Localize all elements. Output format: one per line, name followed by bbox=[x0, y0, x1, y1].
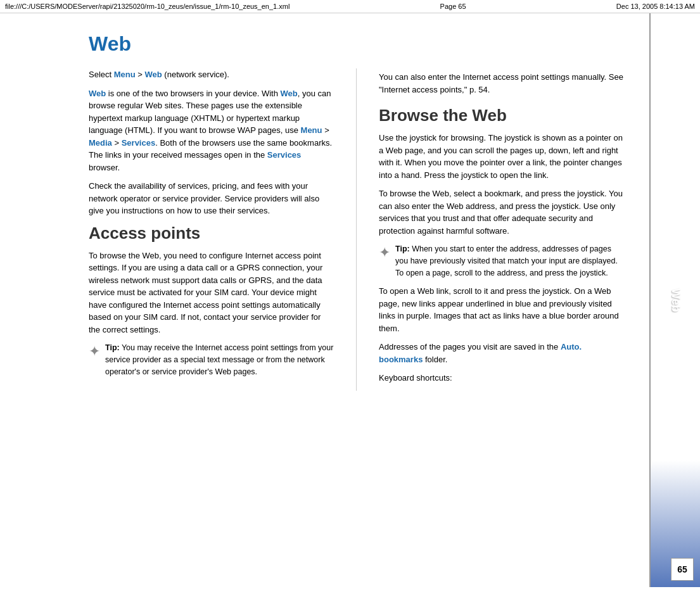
browse-para-3: To open a Web link, scroll to it and pre… bbox=[379, 285, 624, 334]
keyboard-shortcuts-label: Keyboard shortcuts: bbox=[379, 372, 624, 384]
gt2: > bbox=[322, 125, 329, 135]
access-para-1: To browse the Web, you need to configure… bbox=[89, 250, 334, 336]
top-bar: file:///C:/USERS/MODEServer/rapi/2132502… bbox=[0, 0, 700, 13]
web-link-1[interactable]: Web bbox=[145, 70, 162, 79]
right-column: You can also enter the Internet access p… bbox=[379, 68, 624, 391]
web-link-2[interactable]: Web bbox=[89, 89, 106, 98]
right-top-section: You can also enter the Internet access p… bbox=[379, 68, 624, 96]
column-divider bbox=[356, 68, 357, 391]
tip-content-2: When you start to enter the address, add… bbox=[395, 244, 618, 277]
right-sidebar: Web 65 bbox=[649, 13, 700, 587]
browse-para-1: Use the joystick for browsing. The joyst… bbox=[379, 132, 624, 181]
top-para: You can also enter the Internet access p… bbox=[379, 71, 624, 96]
browse-para-2: To browse the Web, select a bookmark, an… bbox=[379, 187, 624, 237]
sidebar-section-label: Web bbox=[669, 288, 682, 312]
intro-paragraph-2: Web is one of the two browsers in your d… bbox=[89, 87, 334, 174]
content-area: Web Select Menu > Web (network service).… bbox=[0, 13, 649, 587]
web-link-3[interactable]: Web bbox=[281, 89, 298, 98]
auto-link[interactable]: Auto. bbox=[561, 342, 582, 352]
filepath: file:///C:/USERS/MODEServer/rapi/2132502… bbox=[5, 3, 290, 10]
menu-link-1[interactable]: Menu bbox=[114, 70, 136, 79]
tip-box-1: ✦ Tip: You may receive the Internet acce… bbox=[89, 342, 334, 377]
page-label: Page 65 bbox=[440, 3, 466, 10]
browse-web-heading: Browse the Web bbox=[379, 106, 624, 125]
browse-text-4b: folder. bbox=[423, 355, 447, 364]
tip-text-2: Tip: When you start to enter the address… bbox=[395, 243, 624, 279]
tip-content-1: You may receive the Internet access poin… bbox=[105, 343, 333, 376]
intro-paragraph-1: Select Menu > Web (network service). bbox=[89, 68, 334, 81]
browse-text-4a: Addresses of the pages you visit are sav… bbox=[379, 342, 561, 352]
services-link-1[interactable]: Services bbox=[122, 138, 156, 148]
tip-icon-2: ✦ bbox=[379, 244, 390, 261]
two-column-layout: Select Menu > Web (network service). Web… bbox=[89, 68, 624, 391]
text4: browser. bbox=[89, 163, 120, 172]
main-layout: Web Select Menu > Web (network service).… bbox=[0, 13, 700, 587]
tip-box-2: ✦ Tip: When you start to enter the addre… bbox=[379, 243, 624, 279]
text1: is one of the two browsers in your devic… bbox=[106, 89, 280, 98]
intro-paragraph-3: Check the availability of services, pric… bbox=[89, 180, 334, 217]
gt3: > bbox=[112, 138, 122, 148]
media-link[interactable]: Media bbox=[89, 138, 112, 148]
page-title: Web bbox=[89, 32, 624, 56]
services-link-2[interactable]: Services bbox=[267, 150, 302, 160]
left-column: Select Menu > Web (network service). Web… bbox=[89, 68, 334, 391]
menu-link-2[interactable]: Menu bbox=[301, 125, 322, 135]
tip-text-1: Tip: You may receive the Internet access… bbox=[105, 342, 334, 377]
bookmarks-link[interactable]: bookmarks bbox=[379, 355, 423, 364]
browse-text-3a: To open a Web link, scroll to it and pre… bbox=[379, 286, 619, 333]
gt1: > bbox=[136, 70, 145, 79]
after1: (network service). bbox=[162, 70, 229, 79]
select-text: Select bbox=[89, 70, 114, 79]
tip-bold-1: Tip: bbox=[105, 343, 120, 352]
tip-icon-1: ✦ bbox=[89, 343, 100, 360]
tip-bold-2: Tip: bbox=[395, 244, 410, 253]
datetime: Dec 13, 2005 8:14:13 AM bbox=[616, 3, 695, 10]
page-number-box: 65 bbox=[671, 558, 694, 581]
browse-para-4: Addresses of the pages you visit are sav… bbox=[379, 341, 624, 365]
access-points-heading: Access points bbox=[89, 224, 334, 243]
